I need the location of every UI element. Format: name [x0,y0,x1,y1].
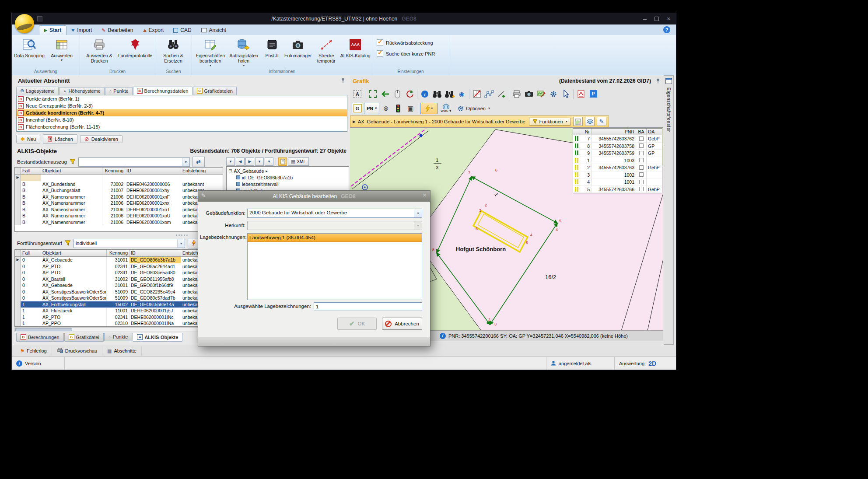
search-add-icon[interactable] [444,88,455,100]
filter-icon[interactable] [70,159,76,165]
target-point-icon[interactable]: ◉ [456,88,467,100]
cursor-icon[interactable] [560,88,571,100]
neu-button[interactable]: ✱Neu [16,135,40,143]
ba-checkbox[interactable] [639,187,644,191]
image-tools-icon[interactable] [536,88,547,100]
scrollbar-thumb[interactable] [15,328,72,331]
map-sheet-icon[interactable] [471,88,483,100]
table-row[interactable]: 0AX_SonstigesBauwerkOderSonsti...51009DE… [15,289,223,295]
tree-node[interactable]: id: DE_GEO896b3b7a1b [228,174,349,181]
collapse-button[interactable]: ▾ [255,157,264,166]
auftragsdaten-holen-button[interactable]: Auftragsdaten holen▾ [227,36,260,67]
dialog-title-bar[interactable]: ✎ ALKIS Gebäude bearbeiten GEO8 ✕ [198,191,430,202]
point-table-row[interactable]: 234555742603763GebP [573,164,662,171]
point-table-row[interactable]: 11003 [573,157,662,164]
table-row[interactable]: BAX_Namensnummer21006DEHE062000001xoTunb… [15,206,223,213]
kurze-pnr-checkbox[interactable]: ✓ Suche über kurze PNR [377,50,444,57]
auswertung-segment[interactable]: Auswertung: 2D [615,357,676,370]
tab-berechnungsdateien[interactable]: BBerechnungsdateien [133,87,192,95]
mouse-icon[interactable] [392,88,403,100]
circle-x-icon[interactable]: ⊗ [380,103,392,114]
title-bar[interactable]: /Katasterberechnung/ETRS89_UTM32 | ohne … [12,13,676,24]
funktionen-button[interactable]: Funktionen▾ [529,118,571,126]
dot-square-icon[interactable]: ▣ [405,103,416,114]
table-row[interactable]: BAX_Namensnummer21006DEHE062000001xoUunb… [15,213,223,219]
point-table-row[interactable]: 734555742603762GebP [573,135,662,143]
ba-checkbox[interactable] [639,165,644,170]
auswerten-button[interactable]: Auswerten▾ [46,36,78,63]
point-table-row[interactable]: 41001 [573,178,662,186]
rueckwaertsabsteckung-checkbox[interactable]: ✓ Rückwärtsabsteckung [377,39,444,46]
refresh-icon[interactable] [404,88,415,100]
list-item-selected[interactable]: BGebäude koordinieren (BerNr. 4-7) [17,109,347,116]
table-row[interactable]: BAX_Namensnummer21006DEHE062000001xnxunb… [15,200,223,206]
table-header[interactable]: Fall Objektart Kennung ID Entstehung [15,250,223,257]
table-row[interactable]: 0AX_Gebaeude31001DE_GEO80f1b66df9unbekan… [15,282,223,289]
druckvorschau-tab[interactable]: Druckvorschau [52,346,102,356]
table-row[interactable]: BAX_Namensnummer21006DEHE062000001xnFunb… [15,194,223,200]
zoom-extents-icon[interactable] [367,88,378,100]
tab-lagesysteme[interactable]: ⊕Lagesysteme [16,87,59,95]
suchen-ersetzen-button[interactable]: Suchen & Ersetzen [157,36,190,64]
optionen-button[interactable]: Optionen▾ [454,103,493,114]
point-table-row[interactable]: 834555742603758GP [573,143,662,150]
list-item[interactable]: BPunkte ändern (BerNr. 1) [17,95,347,102]
pin-icon[interactable] [654,77,662,84]
table-header[interactable]: Fall Objektart Kennung ID Entstehung [15,168,223,175]
table-row[interactable]: 0AX_Bauteil31002DE_GEO811955afb8unbekann… [15,276,223,283]
traffic-light-icon[interactable] [392,103,404,114]
gebaeudefunktion-select[interactable]: 2000 Gebäude für Wirtschaft oder Gewerbe… [247,209,422,218]
layers-icon[interactable] [585,117,595,126]
collapse-icon[interactable]: ⊟ [228,168,232,173]
tab-grafikdateien[interactable]: GGrafikdateien [193,87,237,95]
abschnitte-tab[interactable]: ▦Abschnitte [102,346,142,356]
eigenschaftsfenster-tab[interactable]: Eigenschaftsfenster [664,75,674,345]
options-button[interactable]: ▾ [265,157,273,166]
tab-hoehensysteme[interactable]: ▲Höhensysteme [59,87,105,95]
eigenschaften-bearbeiten-button[interactable]: Eigenschaften bearbeiten▾ [193,36,227,67]
ba-checkbox[interactable] [639,180,644,184]
prev-button[interactable]: ◀ [236,157,245,166]
screenshot-icon[interactable] [523,88,535,100]
abbrechen-button[interactable]: Abbrechen [382,318,422,330]
document-view-button[interactable] [278,157,287,166]
auswerten-drucken-button[interactable]: Auswerten & Drucken [81,36,117,64]
table-row[interactable]: BAX_Namensnummer21006DEHE062000001xomunb… [15,219,223,226]
table-row[interactable]: ▶0AX_Gebaeude31001DE_GEO896b3b7a1bunbeka… [15,257,223,263]
fortf-filter-select[interactable]: individuell▾ [74,239,185,248]
minimize-icon[interactable] [643,18,647,20]
next-button[interactable]: ▶ [245,157,254,166]
point-table-header[interactable]: Nr PNR BA OA [573,129,662,135]
add-line-icon[interactable] [496,88,507,100]
xml-button[interactable]: ▦XML [288,157,309,166]
list-item[interactable]: BNeue Grenzpunkte (BerNr. 2-3) [17,102,347,109]
fotomanager-button[interactable]: Fotomanager [284,36,312,59]
edit-pencil-icon[interactable]: ✎ [597,117,606,126]
tab-bearbeiten[interactable]: ✎Bearbeiten [97,26,138,35]
tab-ansicht[interactable]: Ansicht [196,26,231,35]
point-table-row[interactable]: 534555742603766GebP [573,186,662,193]
document-red-icon[interactable] [575,88,587,100]
ba-checkbox[interactable] [639,151,644,155]
bestand-filter-select[interactable]: ▾ [78,157,190,167]
tab-grafikdatei[interactable]: GGrafikdatei [64,333,104,342]
table-row[interactable]: BAX_Bundesland73002DEHE046200000006unbek… [15,181,223,188]
ba-checkbox[interactable] [639,143,644,148]
dialog-close-icon[interactable]: ✕ [423,192,427,198]
quick-access-icon[interactable] [37,16,42,21]
loeschen-button[interactable]: Löschen [43,134,77,144]
tab-alkis-objekte[interactable]: AALKIS-Objekte [133,333,182,342]
lightning-mode-button[interactable]: ▾ [420,103,438,114]
table-row[interactable]: 1AP_PTO02341DEHE062000001INcunbekannt [15,314,223,321]
help-icon[interactable]: ? [663,26,670,33]
version-segment[interactable]: i Version [12,357,65,370]
wms-button[interactable]: WMS▾ [438,103,453,114]
ba-checkbox[interactable] [639,136,644,141]
tab-start[interactable]: ▶Start [39,25,66,35]
table-row[interactable]: 0AP_PTO02341DE_GEO8ac2644ad1unbekannt [15,263,223,270]
ba-checkbox[interactable] [639,158,644,162]
tab-berechnungen[interactable]: BBerechnungen [16,333,64,342]
table-row[interactable]: 1AX_Flurstueck11001DEHE062000001jEJunbek… [15,308,223,314]
point-table-row[interactable]: 934555742603759GP [573,150,662,157]
fehlerlog-tab[interactable]: ⚑Fehlerlog [15,346,52,356]
